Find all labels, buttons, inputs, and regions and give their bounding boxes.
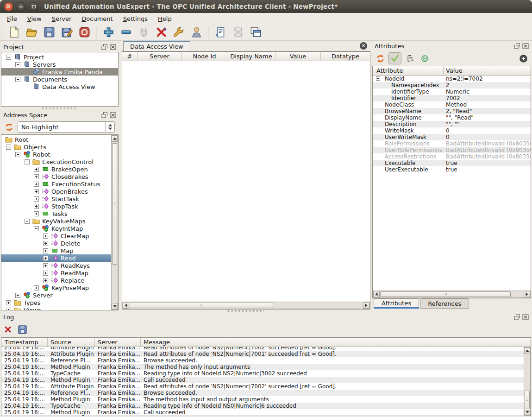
column-header-timestamp[interactable]: Timestamp [1, 338, 48, 347]
attribute-row-identifiertype[interactable]: IdentifierTypeNumeric [373, 88, 531, 95]
expander-plus-icon[interactable] [6, 300, 11, 305]
expander-plus-icon[interactable] [34, 174, 39, 179]
remove-document-button[interactable] [229, 25, 247, 39]
expander-minus-icon[interactable] [15, 152, 20, 157]
attribute-row-nodeclass[interactable]: NodeClassMethod [373, 101, 531, 108]
quit-button[interactable] [75, 25, 93, 39]
expander-minus-icon[interactable] [25, 219, 30, 224]
tree-item-delete[interactable]: Delete [1, 240, 118, 247]
expander-plus-icon[interactable] [6, 308, 11, 311]
log-scrollbar[interactable] [524, 347, 531, 416]
scroll-down-button[interactable] [524, 409, 530, 415]
scroll-left-button[interactable] [373, 291, 380, 297]
expander-minus-icon[interactable] [6, 55, 11, 60]
expander-plus-icon[interactable] [34, 285, 39, 291]
log-row[interactable]: 25.04.19 16:...TypeCacheFranka Emika...R… [1, 403, 524, 409]
log-row[interactable]: 25.04.19 16:...TypeCacheFranka Emika...R… [1, 370, 524, 377]
save-project-as-button[interactable] [58, 25, 75, 39]
attribute-row-namespaceindex[interactable]: NamespaceIndex2 [373, 82, 531, 88]
add-server-button[interactable] [100, 25, 117, 39]
tree-item-executionstatus[interactable]: ExecutionStatus [1, 180, 118, 188]
expander-plus-icon[interactable] [15, 293, 20, 298]
column-header-server[interactable]: Server [138, 52, 182, 61]
attribute-row-description[interactable]: Description"", "" [373, 121, 531, 127]
tree-item-closebrakes[interactable]: CloseBrakes [1, 173, 118, 180]
refresh-attributes-icon[interactable] [376, 54, 385, 63]
attribute-row-browsename[interactable]: BrowseName2, "Read" [373, 108, 531, 114]
scrollbar-thumb[interactable] [112, 143, 117, 265]
attribute-row-writemask[interactable]: WriteMask0 [373, 127, 531, 134]
tree-item-views[interactable]: Views [1, 306, 118, 310]
attribute-row-userexecutable[interactable]: UserExecutabletrue [373, 166, 531, 173]
log-row[interactable]: 25.04.19 16:...Attribute PluginFranka Em… [1, 347, 524, 351]
connect-server-button[interactable] [135, 25, 152, 39]
tree-item-starttask[interactable]: StartTask [1, 195, 118, 202]
expander-plus-icon[interactable] [43, 263, 48, 268]
tree-item-project[interactable]: Project [1, 53, 118, 61]
expander-minus-icon[interactable] [15, 77, 20, 82]
log-row[interactable]: 25.04.19 16:...Reference Pl...Franka Emi… [1, 390, 524, 396]
attribute-row-userwritemask[interactable]: UserWriteMask0 [373, 134, 531, 140]
change-user-button[interactable] [188, 25, 205, 39]
tree-item-types[interactable]: Types [1, 299, 118, 306]
expander-plus-icon[interactable] [43, 248, 48, 253]
column-header-datatype[interactable]: Datatype [321, 52, 370, 61]
attribute-row-userrolepermissions[interactable]: UserRolePermissionsBadAttributeIdInvalid… [373, 147, 531, 153]
server-properties-button[interactable] [170, 25, 188, 39]
column-header-display-name[interactable]: Display Name [227, 52, 275, 61]
dav-table-body[interactable] [122, 61, 370, 302]
tree-item-server[interactable]: Server [1, 291, 118, 299]
menu-settings[interactable]: Settings [118, 14, 153, 23]
target-icon[interactable] [421, 55, 429, 63]
rebrowse-icon[interactable] [5, 123, 13, 132]
expander-plus-icon[interactable] [34, 182, 39, 187]
disconnect-server-button[interactable] [152, 25, 170, 39]
expander-plus-icon[interactable] [43, 271, 48, 276]
menu-help[interactable]: Help [153, 14, 177, 23]
log-row[interactable]: 25.04.19 16:...Method PluginFranka Emika… [1, 409, 524, 416]
log-row[interactable]: 25.04.19 16:...Method PluginFranka Emika… [1, 364, 524, 370]
hierarchy-icon[interactable] [407, 55, 414, 63]
expander-plus-icon[interactable] [34, 189, 39, 194]
scrollbar-thumb[interactable] [130, 303, 274, 308]
splitter-handle[interactable] [41, 107, 78, 109]
expander-plus-icon[interactable] [34, 167, 39, 172]
float-panel-icon[interactable] [101, 112, 108, 118]
log-row[interactable]: 25.04.19 16:...Attribute PluginFranka Em… [1, 351, 524, 357]
tree-item-readkeys[interactable]: ReadKeys [1, 262, 118, 269]
tree-item-executioncontrol[interactable]: ExecutionControl [1, 158, 118, 165]
attribute-row-executable[interactable]: Executabletrue [373, 160, 531, 166]
float-panel-icon[interactable] [514, 43, 520, 49]
save-project-button[interactable] [40, 25, 58, 39]
add-document-button[interactable] [212, 25, 229, 39]
combo-spin-buttons[interactable] [105, 122, 114, 132]
menu-server[interactable]: Server [47, 14, 77, 23]
close-window-button[interactable]: × [4, 2, 13, 11]
minimize-window-button[interactable] [17, 2, 25, 11]
log-row[interactable]: 25.04.19 16:...Method PluginFranka Emika… [1, 396, 524, 403]
attribute-row-displayname[interactable]: DisplayName"", "Read" [373, 114, 531, 121]
tab-attributes[interactable]: Attributes [374, 298, 419, 309]
column-header-message[interactable]: Message [141, 338, 531, 347]
expander-plus-icon[interactable] [34, 204, 39, 209]
show-windows-button[interactable] [247, 25, 264, 39]
float-panel-icon[interactable] [514, 314, 520, 320]
tab-references[interactable]: References [420, 298, 469, 309]
column-header-node-id[interactable]: Node Id [182, 52, 227, 61]
tab-data-access-view[interactable]: Data Access View [123, 41, 190, 51]
tree-item-readmap[interactable]: ReadMap [1, 269, 118, 277]
tree-item-clearmap[interactable]: ClearMap [1, 232, 118, 240]
tree-item-data-access-view[interactable]: Data Access View [1, 83, 118, 90]
tree-item-franka-emika-panda[interactable]: Franka Emika Panda [1, 68, 118, 76]
tree-item-keyposemap[interactable]: KeyPoseMap [1, 284, 118, 291]
tree-item-documents[interactable]: Documents [1, 76, 118, 83]
expander-minus-icon[interactable] [34, 226, 39, 231]
expander-plus-icon[interactable] [43, 256, 48, 261]
expander-minus-icon[interactable] [25, 159, 30, 164]
attribute-row-rolepermissions[interactable]: RolePermissionsBadAttributeIdInvalid (0x… [373, 140, 531, 147]
save-log-icon[interactable] [18, 325, 27, 335]
highlight-select[interactable]: No Highlight [18, 121, 115, 133]
tree-item-robot[interactable]: Robot [1, 151, 118, 158]
close-tab-button[interactable]: ✕ [360, 42, 367, 50]
expander-plus-icon[interactable] [34, 211, 39, 216]
